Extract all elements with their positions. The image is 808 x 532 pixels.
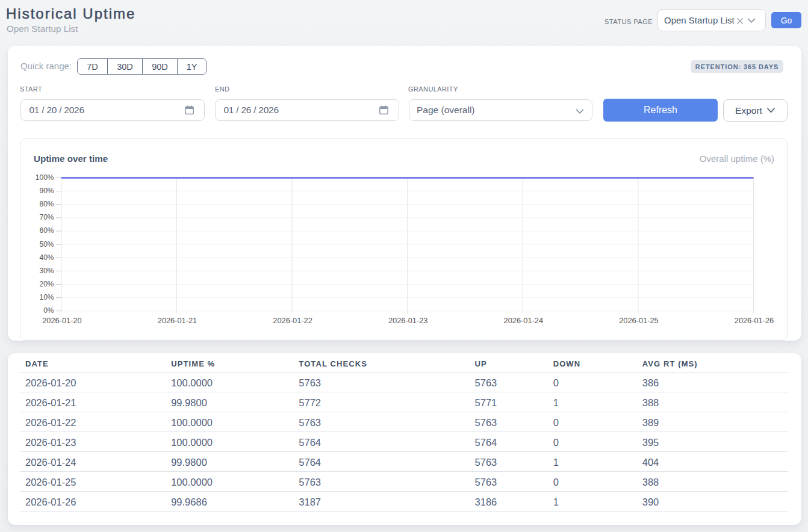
svg-text:2026-01-21: 2026-01-21 — [158, 316, 197, 325]
svg-text:40%: 40% — [39, 253, 54, 262]
svg-text:0%: 0% — [43, 306, 54, 315]
svg-text:60%: 60% — [39, 226, 54, 235]
svg-text:30%: 30% — [39, 267, 54, 275]
svg-text:90%: 90% — [39, 187, 54, 195]
svg-text:80%: 80% — [39, 200, 54, 208]
svg-text:20%: 20% — [39, 280, 54, 288]
svg-text:2026-01-22: 2026-01-22 — [273, 316, 312, 325]
svg-text:10%: 10% — [39, 293, 54, 302]
svg-text:2026-01-24: 2026-01-24 — [504, 316, 543, 325]
svg-text:2026-01-20: 2026-01-20 — [42, 316, 81, 325]
svg-text:70%: 70% — [39, 213, 54, 221]
svg-text:50%: 50% — [39, 240, 54, 249]
svg-text:2026-01-26: 2026-01-26 — [735, 316, 774, 325]
svg-text:100%: 100% — [36, 173, 54, 182]
svg-text:2026-01-25: 2026-01-25 — [619, 316, 658, 325]
svg-text:2026-01-23: 2026-01-23 — [388, 316, 427, 325]
